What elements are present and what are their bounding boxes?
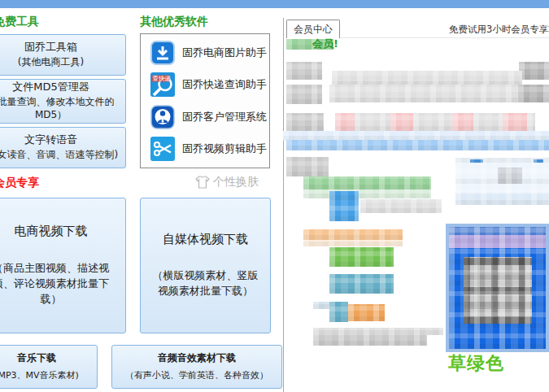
redacted-content [313, 328, 443, 335]
software-item-express-query[interactable]: 查快递 固乔快递查询助手 [141, 70, 269, 99]
button-title: 自媒体视频下载 [163, 232, 248, 248]
button-subtitle: (男女读音、音调、语速等控制) [0, 149, 123, 162]
redacted-content [498, 168, 522, 184]
tab-divider [326, 37, 549, 38]
redacted-content [286, 62, 322, 80]
button-subtitle: （有声小说、学前英语、各种音效） [120, 370, 273, 381]
button-subtitle: (其他电商工具) [13, 56, 89, 69]
member-zone-header: 会员专享 [0, 176, 39, 190]
redacted-content [413, 113, 452, 131]
redacted-button [348, 304, 385, 321]
button-title: 音频音效素材下载 [158, 352, 236, 365]
skin-change-button[interactable]: 个性换肤 [195, 175, 259, 189]
tab-member-center[interactable]: 会员中心 [286, 20, 340, 38]
decor [449, 248, 546, 349]
qr-color-label: 草绿色 [448, 351, 504, 376]
redacted-content [286, 85, 322, 104]
redacted-content [519, 62, 549, 80]
member-greeting: 会员! [312, 37, 338, 51]
button-title: 文件MD5管理器 [12, 81, 89, 94]
software-item-customer-mgmt[interactable]: 固乔客户管理系统 [141, 102, 269, 132]
qr-code [464, 257, 532, 324]
button-subtitle: （商品主图视频、描述视频、评论视频素材批量下载） [0, 261, 125, 307]
software-item-video-clip[interactable]: 固乔视频剪辑助手 [141, 134, 269, 163]
software-list: 固乔电商图片助手 查快递 固乔快递查询助手 固乔客户管理系统 [140, 33, 270, 168]
software-item-label: 固乔快递查询助手 [182, 77, 267, 92]
button-subtitle: （批量查询、修改本地文件的MD5） [0, 96, 125, 121]
ecommerce-video-download-button[interactable]: 电商视频下载 （商品主图视频、描述视频、评论视频素材批量下载） [0, 198, 126, 333]
decor [534, 159, 543, 163]
qr-code-card [446, 224, 549, 352]
redacted-price-row [286, 113, 535, 131]
button-subtitle: （横版视频素材、竖版视频素材批量下载） [141, 268, 270, 299]
redacted-thumbnail [329, 191, 359, 221]
toolbox-button[interactable]: 固乔工具箱 (其他电商工具) [0, 34, 126, 76]
redacted-row [303, 176, 431, 189]
decor [470, 159, 483, 163]
scissors-icon [150, 137, 175, 161]
redacted-content [452, 113, 473, 131]
redacted-button [329, 247, 394, 267]
redacted-content [518, 85, 549, 102]
express-query-icon: 查快递 [150, 72, 175, 97]
text-to-speech-button[interactable]: 文字转语音 (男女读音、音调、语速等控制) [0, 127, 126, 168]
redacted-row [303, 189, 431, 198]
redacted-content [360, 199, 442, 213]
md5-manager-button[interactable]: 文件MD5管理器 （批量查询、修改本地文件的MD5） [0, 79, 126, 124]
redacted-button [329, 274, 394, 294]
tshirt-icon [195, 176, 210, 189]
redacted-content [313, 302, 329, 309]
other-software-header: 其他优秀软件 [140, 15, 208, 29]
app-window: 免费工具 固乔工具箱 (其他电商工具) 文件MD5管理器 （批量查询、修改本地文… [0, 0, 549, 392]
redacted-row [286, 140, 549, 150]
redacted-label [286, 157, 329, 176]
button-title: 音乐下载 [17, 352, 56, 365]
window-top-bar [0, 0, 549, 8]
redacted-content [355, 113, 390, 131]
button-title: 固乔工具箱 [24, 41, 77, 54]
spacer [324, 113, 335, 131]
button-title: 文字转语音 [24, 133, 77, 147]
redacted-row [303, 229, 403, 240]
audio-sfx-download-button[interactable]: 音频音效素材下载 （有声小说、学前英语、各种音效） [111, 345, 282, 389]
selfmedia-video-download-button[interactable]: 自媒体视频下载 （横版视频素材、竖版视频素材批量下载） [140, 198, 271, 333]
decor [449, 227, 546, 235]
download-icon [150, 41, 175, 65]
redacted-content [503, 113, 527, 131]
decor [455, 193, 549, 205]
redacted-content [329, 302, 348, 322]
redacted-content [286, 113, 324, 131]
trial-promo-text: 免费试用3小时会员专享功 [449, 24, 549, 36]
free-tools-header: 免费工具 [0, 15, 39, 29]
redacted-info-card [455, 158, 549, 205]
button-title: 电商视频下载 [15, 224, 88, 240]
decor [449, 235, 546, 248]
music-download-button[interactable]: 音乐下载 (MP3、MV音乐素材) [0, 345, 98, 389]
redacted-row [303, 240, 403, 246]
software-item-image-assistant[interactable]: 固乔电商图片助手 [141, 38, 269, 68]
software-item-label: 固乔电商图片助手 [182, 46, 267, 60]
express-icon-text: 查快递 [153, 75, 172, 82]
redacted-content [313, 335, 427, 346]
redacted-content [527, 113, 535, 131]
button-subtitle: (MP3、MV音乐素材) [0, 370, 84, 381]
redacted-content [329, 85, 525, 102]
redacted-content [473, 113, 503, 131]
redacted-content [335, 113, 355, 131]
skin-change-label: 个性换肤 [213, 175, 259, 189]
software-item-label: 固乔客户管理系统 [182, 110, 267, 124]
software-item-label: 固乔视频剪辑助手 [182, 142, 267, 156]
customer-icon [150, 105, 175, 129]
redacted-content [390, 113, 413, 131]
